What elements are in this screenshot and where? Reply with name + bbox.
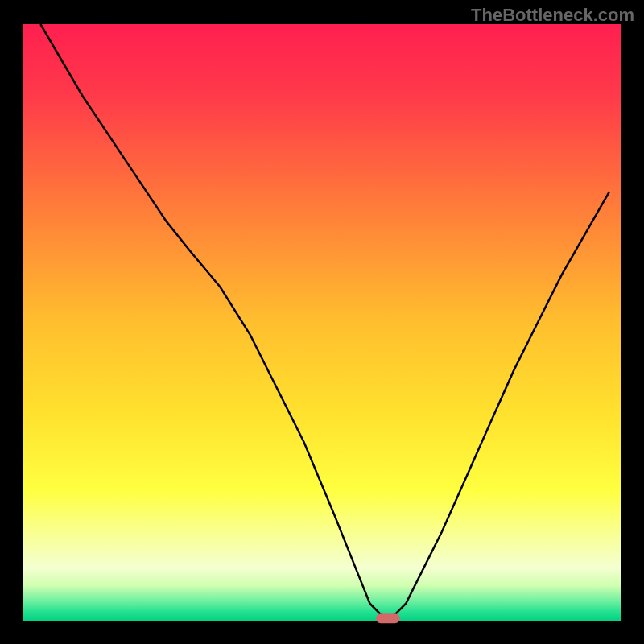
optimal-marker: [376, 613, 400, 623]
watermark-text: TheBottleneck.com: [471, 5, 634, 26]
bottleneck-chart: [0, 0, 644, 644]
chart-background: [23, 24, 621, 621]
